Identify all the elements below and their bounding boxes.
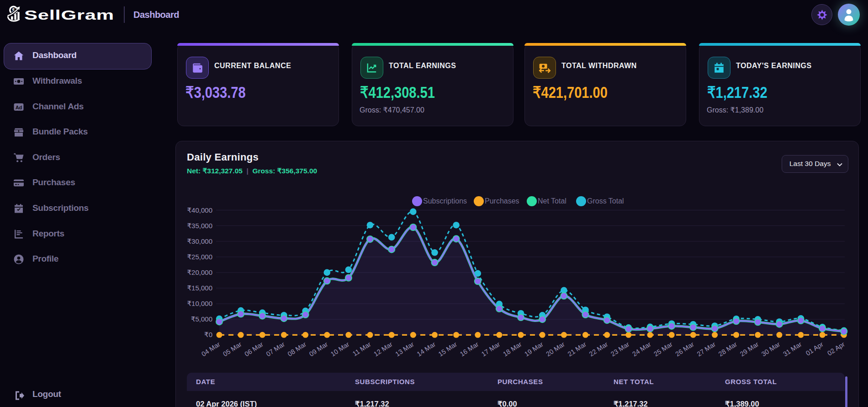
svg-text:Purchases: Purchases <box>485 197 519 205</box>
svg-text:31 Mar: 31 Mar <box>782 340 803 358</box>
svg-text:17 Mar: 17 Mar <box>480 340 502 358</box>
svg-text:15 Mar: 15 Mar <box>437 340 459 358</box>
svg-text:Net Total: Net Total <box>538 197 566 205</box>
svg-text:09 Mar: 09 Mar <box>308 340 329 358</box>
svg-text:28 Mar: 28 Mar <box>717 340 739 358</box>
svg-text:13 Mar: 13 Mar <box>394 340 415 358</box>
svg-text:₹25,000: ₹25,000 <box>187 253 212 261</box>
svg-text:₹20,000: ₹20,000 <box>187 268 212 276</box>
svg-text:14 Mar: 14 Mar <box>416 340 437 358</box>
svg-text:30 Mar: 30 Mar <box>760 340 782 358</box>
svg-text:24 Mar: 24 Mar <box>631 340 652 358</box>
svg-text:08 Mar: 08 Mar <box>286 340 308 358</box>
svg-text:₹15,000: ₹15,000 <box>187 284 212 292</box>
svg-text:12 Mar: 12 Mar <box>372 340 394 358</box>
svg-text:27 Mar: 27 Mar <box>696 340 717 358</box>
svg-text:20 Mar: 20 Mar <box>545 340 566 358</box>
svg-text:Gross Total: Gross Total <box>587 197 624 205</box>
svg-text:₹35,000: ₹35,000 <box>187 222 212 230</box>
svg-text:02 Apr: 02 Apr <box>826 340 846 357</box>
svg-text:₹40,000: ₹40,000 <box>187 206 212 214</box>
svg-text:04 Mar: 04 Mar <box>200 340 222 358</box>
svg-text:26 Mar: 26 Mar <box>674 340 695 358</box>
svg-text:29 Mar: 29 Mar <box>739 340 760 358</box>
svg-text:₹10,000: ₹10,000 <box>187 300 212 307</box>
svg-text:₹30,000: ₹30,000 <box>187 237 212 245</box>
svg-text:05 Mar: 05 Mar <box>222 340 243 358</box>
svg-text:10 Mar: 10 Mar <box>329 340 351 358</box>
svg-text:18 Mar: 18 Mar <box>502 340 523 358</box>
svg-text:₹0: ₹0 <box>204 331 212 338</box>
svg-text:23 Mar: 23 Mar <box>609 340 631 358</box>
svg-text:Subscriptions: Subscriptions <box>423 197 467 205</box>
svg-text:25 Mar: 25 Mar <box>652 340 674 358</box>
svg-text:11 Mar: 11 Mar <box>351 340 372 358</box>
svg-text:Ad: Ad <box>16 104 22 110</box>
svg-text:21 Mar: 21 Mar <box>566 340 588 358</box>
svg-text:07 Mar: 07 Mar <box>265 340 286 358</box>
svg-text:06 Mar: 06 Mar <box>243 340 265 358</box>
svg-text:01 Apr: 01 Apr <box>804 340 825 357</box>
svg-text:19 Mar: 19 Mar <box>523 340 545 358</box>
svg-text:₹5,000: ₹5,000 <box>191 315 212 323</box>
svg-text:22 Mar: 22 Mar <box>588 340 609 358</box>
svg-text:16 Mar: 16 Mar <box>459 340 480 358</box>
